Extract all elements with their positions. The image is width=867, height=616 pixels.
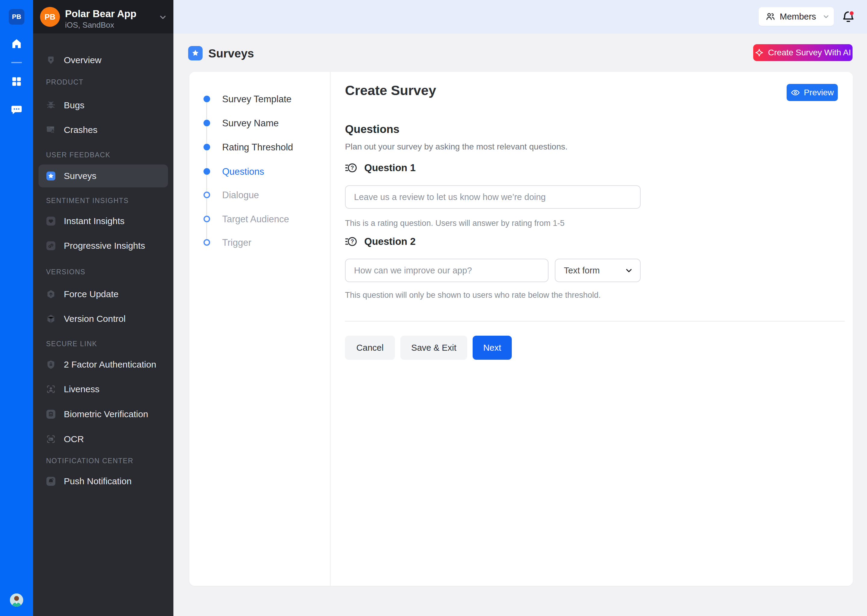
app-rail: PB [0,0,33,616]
step-dot-rating-threshold [203,144,210,150]
question-2-label: Question 2 [364,236,416,247]
step-dot-dialogue [203,192,210,198]
sidebar-item-label: Bugs [64,100,84,110]
preview-button[interactable]: Preview [787,84,838,101]
question-1-helper: This is a rating question. Users will an… [345,217,564,229]
user-avatar[interactable] [10,594,23,607]
app-logo[interactable]: PB [9,9,24,25]
push-bell-icon [46,476,56,486]
question-1-header: ? Question 1 [345,162,416,174]
sidebar-item-surveys[interactable]: Surveys [39,165,168,187]
sidebar-item-label: 2 Factor Authentication [64,360,156,370]
step-dot-survey-name [203,120,210,126]
sidebar-item-label: Push Notification [64,476,132,486]
step-survey-name[interactable]: Survey Name [222,118,279,129]
liveness-icon [46,384,56,394]
sidebar-item-label: Liveness [64,384,99,394]
star-icon [191,49,200,58]
workspace-switcher[interactable]: PB Polar Bear App iOS, SandBox [33,0,173,33]
bug-icon [46,100,56,110]
main-content: Surveys Create Survey With AI Survey Tem… [173,34,867,616]
sidebar-section-user-feedback: USER FEEDBACK [46,151,110,159]
sidebar-item-bugs[interactable]: Bugs [39,94,168,117]
sidebar-item-label: Surveys [64,171,96,181]
cancel-button[interactable]: Cancel [345,336,395,360]
user-avatar-photo [10,594,23,607]
create-survey-card: Survey Template Survey Name Rating Thres… [189,72,853,586]
sidebar-item-version-control[interactable]: Version Control [39,307,168,330]
workspace-name: Polar Bear App [65,8,136,20]
sidebar-item-force-update[interactable]: Force Update [39,283,168,306]
question-1-input[interactable] [345,185,641,209]
step-rating-threshold[interactable]: Rating Threshold [222,142,293,153]
next-button[interactable]: Next [473,336,512,360]
sidebar-item-label: Instant Insights [64,216,125,226]
sidebar-item-label: Version Control [64,314,126,324]
svg-text:?: ? [351,165,354,171]
chevron-down-icon [822,13,830,20]
step-dot-survey-template [203,96,210,102]
eye-icon [791,88,800,97]
chevron-down-icon [624,266,634,275]
surveys-page-icon [188,46,203,60]
sidebar-item-label: Crashes [64,125,98,135]
workspace-avatar: PB [40,7,60,27]
question-icon: ? [345,235,358,248]
question-2-helper: This question will only be shown to user… [345,289,601,301]
apps-grid-icon[interactable] [11,75,22,88]
sidebar-section-secure-link: SECURE LINK [46,340,97,348]
question-2-header: ? Question 2 [345,235,416,248]
ocr-icon [46,434,56,444]
chevron-down-icon [158,13,167,22]
step-dot-target-audience [203,216,210,222]
heart-icon [46,216,56,226]
sidebar-item-biometric-verification[interactable]: Biometric Verification [39,403,168,426]
rail-divider [11,62,22,63]
sidebar-item-label: Force Update [64,289,118,299]
sidebar-item-overview[interactable]: Overview [39,49,168,72]
sidebar-section-notification-center: NOTIFICATION CENTER [46,457,133,465]
crash-icon [46,125,56,135]
sidebar: PB Polar Bear App iOS, SandBox Overview … [33,0,173,616]
bell-icon [841,9,856,24]
step-target-audience[interactable]: Target Audience [222,214,289,225]
question-icon: ? [345,162,358,174]
home-icon[interactable] [11,38,22,50]
question-1-label: Question 1 [364,162,416,174]
step-trigger[interactable]: Trigger [222,237,251,248]
workspace-platform: iOS, SandBox [65,20,114,30]
step-dialogue[interactable]: Dialogue [222,190,259,201]
step-questions[interactable]: Questions [222,167,264,177]
question-2-type-select[interactable]: Text form [555,259,641,282]
step-survey-template[interactable]: Survey Template [222,94,292,105]
force-update-icon [46,289,56,299]
version-control-icon [46,314,56,324]
sidebar-item-2fa[interactable]: 2 Factor Authentication [39,353,168,376]
question-2-input[interactable] [345,259,549,282]
questions-section-description: Plan out your survey by asking the most … [345,142,567,152]
preview-label: Preview [804,88,834,97]
sidebar-item-progressive-insights[interactable]: Progressive Insights [39,234,168,257]
page-title: Surveys [208,47,254,60]
star-icon [46,171,56,181]
sidebar-section-sentiment-insights: SENTIMENT INSIGHTS [46,197,129,205]
notifications-button[interactable] [841,9,856,24]
sidebar-item-label: Biometric Verification [64,409,148,419]
create-survey-with-ai-button[interactable]: Create Survey With AI [753,44,853,61]
topbar: Members [173,0,867,34]
ai-button-label: Create Survey With AI [768,48,851,57]
card-divider [330,72,331,586]
chat-icon[interactable] [11,104,22,116]
sidebar-item-label: Overview [64,55,101,65]
sidebar-item-crashes[interactable]: Crashes [39,118,168,141]
sidebar-item-label: OCR [64,434,84,444]
sidebar-item-instant-insights[interactable]: Instant Insights [39,210,168,233]
sidebar-item-push-notification[interactable]: Push Notification [39,470,168,493]
sidebar-section-versions: VERSIONS [46,268,85,276]
form-title: Create Survey [345,83,436,98]
members-button[interactable]: Members [758,7,834,26]
sidebar-item-liveness[interactable]: Liveness [39,378,168,401]
save-exit-button[interactable]: Save & Exit [400,336,467,360]
sparkle-icon [755,48,764,57]
sidebar-item-ocr[interactable]: OCR [39,428,168,451]
